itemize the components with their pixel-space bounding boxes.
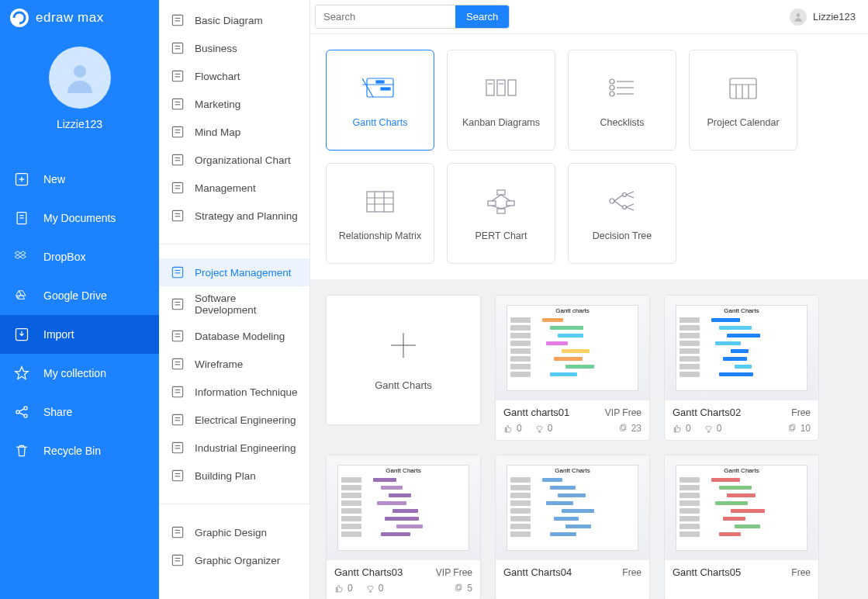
- like-count: 0: [673, 423, 691, 434]
- share-icon: [14, 404, 29, 420]
- template-card[interactable]: Gantt ChartsGantt Charts03VIP Free005: [326, 455, 481, 599]
- category-icon: [170, 296, 185, 312]
- category-icon: [170, 265, 185, 280]
- divider: [159, 504, 310, 504]
- nav-item-dropbox[interactable]: DropBox: [0, 237, 159, 276]
- content-scroll[interactable]: Gantt ChartsKanban DiagramsChecklistsPro…: [310, 34, 868, 599]
- svg-point-1: [74, 65, 86, 78]
- svg-rect-72: [376, 81, 384, 83]
- fav-count: 0: [365, 583, 384, 594]
- category-wireframe[interactable]: Wireframe: [159, 350, 310, 378]
- search-box: Search: [315, 5, 510, 29]
- svg-rect-76: [508, 80, 516, 95]
- category-database-modeling[interactable]: Database Modeling: [159, 322, 310, 350]
- category-label: Project Management: [195, 267, 292, 279]
- search-button[interactable]: Search: [455, 5, 509, 28]
- svg-rect-85: [730, 78, 756, 99]
- svg-rect-73: [381, 88, 390, 90]
- type-card-relationship-matrix[interactable]: Relationship Matrix: [326, 163, 434, 264]
- like-icon: [334, 583, 344, 594]
- type-card-project-calendar[interactable]: Project Calendar: [689, 50, 797, 151]
- nav-label: My collection: [43, 367, 106, 379]
- nav-label: Share: [43, 406, 72, 418]
- category-label: Industrial Engineering: [195, 442, 296, 454]
- category-information-technique[interactable]: Information Technique: [159, 378, 310, 406]
- category-software-development[interactable]: Software Development: [159, 286, 310, 322]
- svg-rect-29: [172, 154, 182, 164]
- svg-rect-75: [497, 80, 505, 95]
- svg-rect-53: [172, 414, 182, 424]
- category-mind-map[interactable]: Mind Map: [159, 118, 310, 146]
- category-flowchart[interactable]: Flowchart: [159, 62, 310, 90]
- template-title: Gantt Charts02: [673, 407, 741, 418]
- svg-line-101: [492, 206, 501, 209]
- category-label: Graphic Design: [195, 527, 267, 538]
- category-label: Basic Diagram: [195, 15, 263, 26]
- category-icon: [170, 356, 185, 372]
- type-icon: [362, 72, 398, 103]
- copy-icon: [618, 424, 628, 434]
- nav-item-recycle-bin[interactable]: Recycle Bin: [0, 431, 159, 470]
- new-template-card[interactable]: Gantt Charts: [326, 295, 481, 425]
- category-basic-diagram[interactable]: Basic Diagram: [159, 6, 310, 34]
- type-card-gantt-charts[interactable]: Gantt Charts: [326, 50, 434, 151]
- template-card[interactable]: Gantt chartsGantt charts01VIP Free0023: [495, 295, 650, 441]
- svg-line-71: [362, 78, 373, 97]
- category-label: Building Plan: [195, 470, 256, 482]
- category-graphic-design[interactable]: Graphic Design: [159, 518, 310, 546]
- svg-line-13: [19, 413, 25, 415]
- svg-line-104: [614, 195, 623, 201]
- svg-rect-38: [172, 267, 182, 277]
- nav-item-google-drive[interactable]: Google Drive: [0, 276, 159, 315]
- template-stats: 0010: [673, 418, 811, 434]
- template-card[interactable]: Gantt ChartsGantt Charts04Free: [495, 455, 650, 599]
- nav-item-import[interactable]: Import: [0, 315, 159, 354]
- nav-item-new[interactable]: New: [0, 160, 159, 199]
- category-electrical-engineering[interactable]: Electrical Engineering: [159, 406, 310, 434]
- profile: Lizzie123: [0, 36, 159, 144]
- svg-line-102: [501, 206, 510, 209]
- category-building-plan[interactable]: Building Plan: [159, 462, 310, 490]
- nav-label: Import: [43, 328, 74, 341]
- category-marketing[interactable]: Marketing: [159, 90, 310, 118]
- svg-point-83: [610, 92, 614, 96]
- nav-list: NewMy DocumentsDropBoxGoogle DriveImport…: [0, 144, 159, 470]
- type-card-checklists[interactable]: Checklists: [568, 50, 676, 151]
- category-icon: [170, 384, 185, 400]
- type-card-pert-chart[interactable]: PERT Chart: [447, 163, 555, 264]
- svg-point-103: [610, 199, 614, 203]
- category-project-management[interactable]: Project Management: [159, 258, 310, 286]
- template-title: Gantt Charts04: [503, 566, 572, 578]
- avatar[interactable]: [49, 47, 111, 109]
- category-graphic-organizer[interactable]: Graphic Organizer: [159, 546, 310, 574]
- category-label: Wireframe: [195, 358, 243, 370]
- nav-item-my-collection[interactable]: My collection: [0, 354, 159, 393]
- heart-icon: [704, 424, 714, 434]
- main-area: Search Lizzie123 Gantt ChartsKanban Diag…: [310, 0, 868, 599]
- template-info: Gantt charts01VIP Free0023: [496, 400, 649, 440]
- nav-item-share[interactable]: Share: [0, 393, 159, 431]
- svg-line-110: [626, 204, 634, 207]
- template-thumb: Gantt Charts: [496, 455, 649, 560]
- nav-item-my-documents[interactable]: My Documents: [0, 199, 159, 237]
- category-strategy-and-planning[interactable]: Strategy and Planning: [159, 202, 310, 230]
- category-business[interactable]: Business: [159, 34, 310, 62]
- template-card[interactable]: Gantt ChartsGantt Charts02Free0010: [664, 295, 819, 441]
- svg-rect-114: [620, 425, 624, 431]
- category-management[interactable]: Management: [159, 174, 310, 202]
- svg-rect-95: [497, 190, 505, 195]
- logo-text: edraw max: [36, 10, 104, 26]
- category-industrial-engineering[interactable]: Industrial Engineering: [159, 434, 310, 462]
- template-card[interactable]: Gantt ChartsGantt Charts05Free: [664, 455, 819, 599]
- type-label: Relationship Matrix: [334, 230, 426, 241]
- category-icon: [170, 96, 185, 112]
- svg-point-9: [16, 410, 19, 414]
- svg-line-109: [626, 195, 634, 198]
- svg-point-11: [24, 414, 27, 417]
- category-organizational-chart[interactable]: Organizational Chart: [159, 146, 310, 174]
- type-card-kanban-diagrams[interactable]: Kanban Diagrams: [447, 50, 555, 151]
- user-mini[interactable]: Lizzie123: [790, 9, 856, 26]
- type-card-decision-tree[interactable]: Decision Tree: [568, 163, 676, 264]
- search-input[interactable]: [316, 5, 455, 28]
- svg-rect-118: [456, 585, 460, 590]
